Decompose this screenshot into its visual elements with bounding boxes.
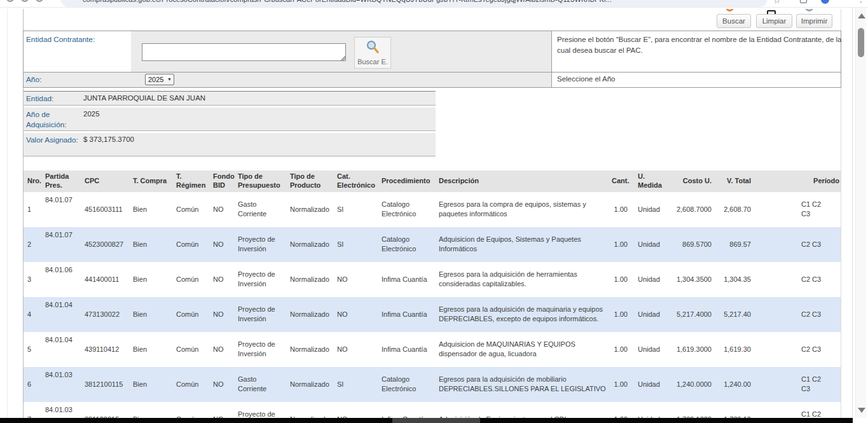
entity-info-value: JUNTA PARROQUIAL DE SAN JUAN — [82, 92, 436, 105]
vertical-scrollbar[interactable] — [855, 8, 866, 418]
help-text-entidad: Presione el botón “Buscar E”, para encon… — [557, 34, 851, 55]
cell-u_medida: Unidad — [630, 227, 669, 262]
cell-descripcion: Egresos para la compra de equipos, siste… — [436, 192, 609, 227]
imprimir-button[interactable]: Imprimir — [796, 14, 832, 28]
profile-avatar[interactable] — [821, 0, 829, 4]
periodo-value: C1 C2 C3 — [801, 375, 829, 394]
back-icon[interactable] — [6, 0, 14, 2]
cell-v_total: 5,217.40 — [713, 297, 753, 332]
cell-v_total: 1,304.35 — [713, 262, 753, 297]
anio-label: Año: — [26, 75, 41, 84]
address-bar[interactable]: compraspublicas.gob.ec/ProcesoContrataci… — [60, 0, 768, 7]
cell-descripcion: Egresos para la adquisición de maquinari… — [436, 297, 609, 332]
cell-partida: 84.01.04 — [43, 297, 82, 332]
cell-cant: 1.00 — [609, 227, 630, 262]
entity-info-label: Año de Adquisición: — [24, 107, 82, 130]
year-select[interactable]: 2025 ▼ — [145, 74, 174, 85]
cell-v_total: 2,608.70 — [713, 192, 753, 227]
entidad-contratante-input[interactable] — [142, 43, 346, 61]
cell-u_medida: Unidad — [630, 332, 669, 367]
cell-descripcion: Egresos para la adquisición de herramien… — [436, 262, 609, 297]
cell-cant: 1.00 — [609, 192, 630, 227]
side-panel-icon[interactable] — [800, 0, 807, 3]
cell-u_medida: Unidad — [630, 262, 669, 297]
cell-partida: 84.01.04 — [43, 332, 82, 367]
cell-cpc: 4523000827 — [82, 227, 130, 262]
chevron-down-icon: ▼ — [167, 77, 172, 81]
bottom-bar-segment — [392, 418, 480, 423]
refresh-icon[interactable] — [36, 0, 43, 2]
cell-t_compra: Bien — [130, 367, 174, 402]
cell-t_regimen: Común — [174, 262, 210, 297]
cell-nro: 5 — [24, 332, 43, 367]
cell-periodo: C1 C2 C3 — [753, 192, 841, 227]
cell-costo_u: 1,619.3000 — [669, 332, 713, 367]
limpiar-button[interactable]: Limpiar — [756, 14, 792, 28]
cell-costo_u: 1,304.3500 — [669, 262, 713, 297]
header-nro: Nro. — [24, 170, 43, 192]
bottom-bar — [0, 418, 853, 423]
header-periodo: Período — [753, 170, 841, 192]
cell-nro: 1 — [24, 192, 43, 227]
header-cant: Cant. — [609, 170, 630, 192]
browser-menu-icon[interactable]: ⋮ — [857, 0, 865, 4]
help-text-anio: Seleccione el Año — [557, 75, 615, 83]
cell-costo_u: 2,608.7000 — [669, 192, 713, 227]
cell-procedimiento: Catalogo Electrónico — [379, 227, 436, 262]
cell-procedimiento: Catalogo Electrónico — [379, 192, 436, 227]
header-u_medida: U. Medida — [630, 170, 669, 192]
cell-t_regimen: Común — [174, 332, 210, 367]
cell-cat_electronico: NO — [334, 262, 379, 297]
pac-table: Nro.Partida Pres.CPCT. CompraT. RégimenF… — [24, 170, 841, 423]
cell-periodo: C2 C3 — [753, 227, 841, 262]
cell-partida: 84.01.03 — [43, 367, 82, 402]
cell-fondo_bid: NO — [210, 367, 235, 402]
cell-procedimiento: Infima Cuantía — [379, 332, 436, 367]
cell-v_total: 1,619.30 — [713, 332, 753, 367]
cell-cpc: 4516003111 — [82, 192, 130, 227]
buscar-button[interactable]: Buscar — [717, 14, 751, 28]
cell-tipo_producto: Normalizado — [287, 297, 334, 332]
cell-cant: 1.00 — [609, 332, 630, 367]
pac-table-header: Nro.Partida Pres.CPCT. CompraT. RégimenF… — [24, 170, 841, 192]
cell-v_total: 869.57 — [713, 227, 753, 262]
scroll-down-icon[interactable] — [858, 408, 865, 413]
header-t_regimen: T. Régimen — [174, 170, 210, 192]
cell-periodo: C1 C2 C3 — [753, 367, 841, 402]
periodo-value: C2 C3 — [801, 240, 829, 249]
cell-procedimiento: Infima Cuantía — [379, 262, 436, 297]
bookmark-star-icon[interactable]: ☆ — [773, 0, 781, 5]
header-fondo_bid: Fondo BID — [210, 170, 235, 192]
cell-tipo_producto: Normalizado — [287, 332, 334, 367]
cell-descripcion: Egresos para la adquisición de mobiliari… — [436, 367, 609, 402]
periodo-value: C1 C2 C3 — [801, 200, 829, 219]
cell-fondo_bid: NO — [210, 332, 235, 367]
scrollbar-thumb[interactable] — [858, 28, 864, 57]
cell-fondo_bid: NO — [210, 297, 235, 332]
cell-tipo_presupuesto: Proyecto de Inversión — [235, 227, 287, 262]
header-procedimiento: Procedimiento — [379, 170, 436, 192]
forward-icon[interactable] — [21, 0, 29, 2]
cell-fondo_bid: NO — [210, 227, 235, 262]
cell-tipo_presupuesto: Gasto Corriente — [235, 367, 287, 402]
pac-table-header-row: Nro.Partida Pres.CPCT. CompraT. RégimenF… — [24, 170, 841, 192]
cell-procedimiento: Catalogo Electrónico — [379, 367, 436, 402]
form-row-divider — [24, 72, 841, 73]
pac-table-row: 184.01.074516003111BienComúnNOGasto Corr… — [24, 192, 841, 227]
browser-toolbar: compraspublicas.gob.ec/ProcesoContrataci… — [0, 0, 868, 8]
cell-cat_electronico: SI — [334, 367, 379, 402]
pac-search-form: Entidad Contratante: Buscar E. Año: 2025… — [23, 31, 841, 88]
cell-cat_electronico: SI — [334, 227, 379, 262]
cell-partida: 84.01.07 — [43, 227, 82, 262]
textarea-resize-handle[interactable] — [340, 55, 345, 61]
cell-t_compra: Bien — [130, 297, 174, 332]
header-cat_electronico: Cat. Electrónico — [334, 170, 379, 192]
scroll-up-icon[interactable] — [858, 13, 865, 18]
pac-table-body: 184.01.074516003111BienComúnNOGasto Corr… — [24, 192, 841, 423]
entity-info-value: $ 373,175.3700 — [82, 133, 436, 156]
buscar-e-button[interactable]: Buscar E. — [354, 37, 391, 69]
cell-tipo_producto: Normalizado — [287, 262, 334, 297]
cell-t_regimen: Común — [174, 367, 210, 402]
pac-table-row: 584.01.04439110412BienComúnNOProyecto de… — [24, 332, 841, 367]
cell-u_medida: Unidad — [630, 192, 669, 227]
